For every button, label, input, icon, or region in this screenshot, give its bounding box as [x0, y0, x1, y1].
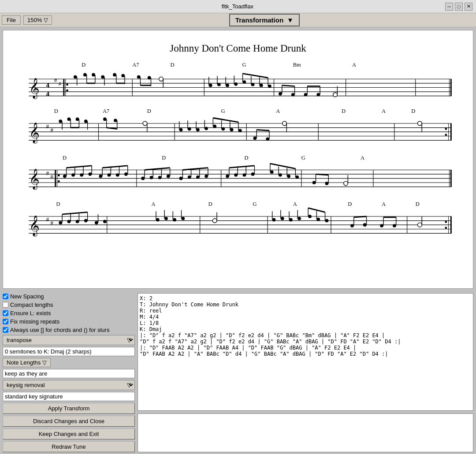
compact-lengths-row: Compact lengths: [3, 301, 135, 308]
svg-point-52: [226, 84, 229, 87]
svg-point-218: [295, 175, 299, 179]
svg-text:D: D: [56, 201, 60, 207]
ensure-l-label: Ensure L: exists: [10, 310, 51, 316]
svg-text:A: A: [276, 108, 280, 114]
svg-text:A: A: [352, 62, 356, 68]
keep-as-label: keep as they are: [3, 369, 135, 378]
svg-point-182: [124, 172, 128, 176]
note-lengths-label: Note Lengths: [7, 359, 41, 366]
new-spacing-checkbox[interactable]: [3, 294, 8, 299]
svg-point-265: [156, 218, 160, 222]
compact-lengths-checkbox[interactable]: [3, 302, 8, 308]
transpose-dropdown[interactable]: transpose: [3, 335, 135, 345]
svg-point-292: [363, 223, 367, 227]
svg-point-102: [59, 119, 62, 123]
new-spacing-row: New Spacing: [3, 293, 135, 300]
svg-text:𝄞: 𝄞: [29, 169, 40, 190]
svg-text:D: D: [54, 108, 58, 114]
svg-point-58: [251, 83, 255, 86]
always-use-label: Always use [] for chords and () for slur…: [10, 327, 109, 333]
svg-text:#: #: [50, 220, 53, 226]
svg-line-64: [243, 74, 268, 78]
svg-point-29: [83, 73, 87, 77]
svg-point-111: [103, 118, 107, 121]
keep-as-row: keep as they are: [3, 369, 135, 378]
svg-point-109: [84, 119, 88, 123]
svg-text:#: #: [50, 173, 53, 180]
main-content: Johnny Don't Come Home Drunk D A7 D G Bm…: [0, 27, 476, 454]
svg-point-300: [418, 223, 422, 227]
svg-point-72: [316, 93, 320, 97]
svg-point-200: [205, 175, 208, 178]
abc-text-area[interactable]: X: 2 T: Johnny Don't Come Home Drunk R: …: [138, 293, 473, 411]
discard-changes-button[interactable]: Discard Changes and Close: [3, 416, 135, 427]
svg-point-130: [230, 128, 234, 132]
svg-text:4: 4: [46, 81, 50, 89]
window-title: fltk_Toadflax: [30, 3, 445, 10]
window-controls[interactable]: ─ □ ✕: [445, 3, 472, 11]
svg-point-31: [92, 73, 95, 77]
ensure-l-checkbox[interactable]: [3, 310, 8, 316]
note-lengths-arrow-icon: ▽: [42, 359, 47, 366]
svg-point-297: [393, 224, 396, 227]
svg-text:D: D: [171, 62, 175, 68]
svg-point-253: [59, 221, 62, 225]
ensure-l-row: Ensure L: exists: [3, 310, 135, 316]
svg-text:D: D: [63, 155, 67, 161]
svg-point-167: [63, 175, 67, 178]
fix-missing-checkbox[interactable]: [3, 319, 8, 324]
redraw-tune-button[interactable]: Redraw Tune: [3, 441, 135, 452]
svg-text:D: D: [342, 108, 346, 114]
maximize-button[interactable]: □: [455, 3, 463, 11]
svg-point-27: [74, 75, 77, 79]
svg-text:D: D: [82, 62, 86, 68]
svg-point-100: [445, 128, 447, 130]
svg-text:#: #: [46, 123, 49, 130]
keep-changes-button[interactable]: Keep Changes and Exit: [3, 428, 135, 439]
svg-line-184: [102, 166, 128, 168]
svg-point-205: [234, 173, 238, 177]
svg-point-269: [173, 218, 176, 222]
svg-point-104: [67, 118, 71, 121]
note-lengths-button[interactable]: Note Lengths ▽: [3, 358, 51, 367]
svg-text:D: D: [411, 108, 415, 114]
svg-text:#: #: [50, 127, 53, 133]
svg-text:#: #: [54, 77, 57, 83]
svg-point-255: [67, 220, 71, 223]
svg-point-185: [141, 177, 145, 180]
svg-text:A7: A7: [103, 108, 109, 114]
file-menu[interactable]: File: [2, 15, 21, 25]
svg-text:D: D: [208, 201, 212, 207]
svg-text:D: D: [162, 155, 166, 161]
svg-text:𝄞: 𝄞: [29, 216, 40, 237]
svg-point-187: [150, 176, 153, 179]
zoom-dropdown[interactable]: 150% ▽: [23, 15, 52, 25]
svg-line-193: [145, 168, 170, 170]
svg-text:D: D: [416, 201, 420, 207]
svg-point-160: [58, 180, 60, 182]
svg-point-259: [84, 219, 88, 223]
svg-point-41: [137, 75, 141, 79]
svg-point-18: [66, 83, 68, 86]
apply-transform-button[interactable]: Apply Transform: [3, 403, 135, 414]
svg-point-159: [58, 175, 60, 177]
title-bar: fltk_Toadflax ─ □ ✕: [0, 0, 476, 13]
svg-point-273: [212, 219, 217, 223]
transformation-dropdown[interactable]: Transformation ▼: [229, 14, 300, 26]
minimize-button[interactable]: ─: [445, 3, 453, 11]
close-button[interactable]: ✕: [465, 3, 472, 11]
svg-point-70: [304, 93, 308, 97]
svg-line-294: [354, 216, 367, 217]
svg-point-251: [445, 221, 447, 223]
keysig-dropdown[interactable]: keysig removal: [3, 380, 135, 390]
always-use-checkbox[interactable]: [3, 327, 8, 333]
svg-point-216: [287, 175, 290, 178]
svg-text:A: A: [361, 155, 364, 161]
svg-point-124: [205, 127, 208, 130]
svg-line-202: [182, 168, 208, 170]
svg-line-175: [67, 166, 92, 168]
svg-text:4: 4: [46, 90, 50, 97]
svg-text:G: G: [242, 62, 246, 68]
fix-missing-row: Fix missing repeats: [3, 318, 135, 325]
svg-point-46: [159, 77, 164, 81]
